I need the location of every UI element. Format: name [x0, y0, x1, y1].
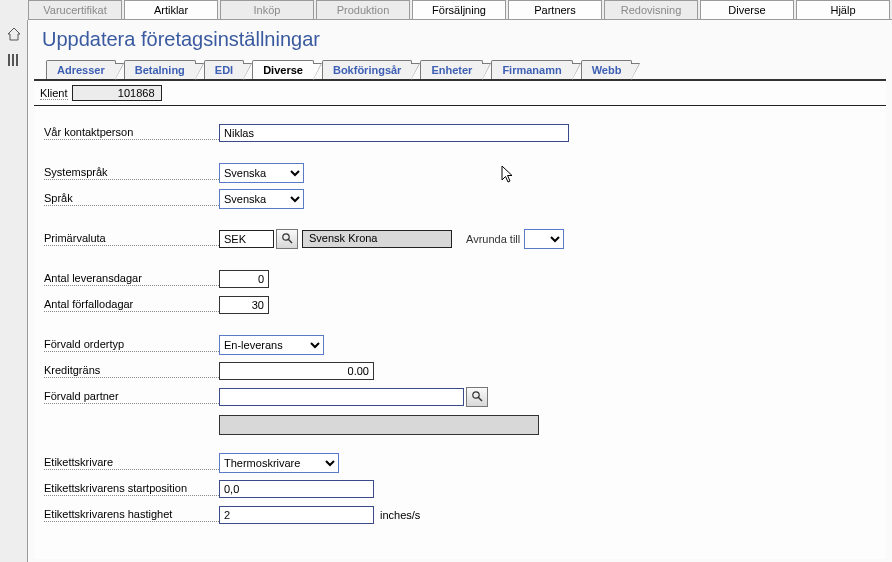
page-title: Uppdatera företagsinställningar — [42, 28, 880, 51]
tab-diverse[interactable]: Diverse — [252, 60, 314, 79]
menu-diverse[interactable]: Diverse — [700, 0, 794, 19]
main-menubar: Varucertifikat Artiklar Inköp Produktion… — [28, 0, 892, 20]
defpartner-name-label — [44, 423, 219, 424]
content-area: Uppdatera företagsinställningar Adresser… — [28, 20, 892, 562]
menu-forsaljning[interactable]: Försäljning — [412, 0, 506, 19]
pcur-lookup-button[interactable] — [276, 229, 298, 249]
menu-redovisning[interactable]: Redovisning — [604, 0, 698, 19]
menu-partners[interactable]: Partners — [508, 0, 602, 19]
menu-artiklar[interactable]: Artiklar — [124, 0, 218, 19]
creditlimit-input[interactable] — [219, 362, 374, 380]
creditlimit-label: Kreditgräns — [44, 364, 219, 378]
labelspeed-input[interactable] — [219, 506, 374, 524]
tab-adresser[interactable]: Adresser — [46, 60, 116, 79]
contact-label: Vår kontaktperson — [44, 126, 219, 140]
menu-produktion[interactable]: Produktion — [316, 0, 410, 19]
tab-bokforingsar[interactable]: Bokföringsår — [322, 60, 412, 79]
pcur-name-display: Svensk Krona — [302, 230, 452, 248]
svg-rect-1 — [12, 54, 14, 66]
lang-select[interactable]: Svenska — [219, 189, 304, 209]
ordertype-select[interactable]: En-leverans — [219, 335, 324, 355]
lang-label: Språk — [44, 192, 219, 206]
round-select[interactable] — [524, 229, 564, 249]
labelstart-label: Etikettskrivarens startposition — [44, 482, 219, 496]
round-label: Avrunda till — [466, 233, 520, 245]
defpartner-name-display — [219, 415, 539, 435]
svg-point-3 — [283, 234, 289, 240]
duedays-label: Antal förfallodagar — [44, 298, 219, 312]
labelstart-input[interactable] — [219, 480, 374, 498]
tab-betalning[interactable]: Betalning — [124, 60, 196, 79]
contact-input[interactable] — [219, 124, 569, 142]
klient-label: Klient — [40, 87, 68, 100]
tab-webb[interactable]: Webb — [581, 60, 633, 79]
defpartner-label: Förvald partner — [44, 390, 219, 404]
defpartner-input[interactable] — [219, 388, 464, 406]
menu-hjalp[interactable]: Hjälp — [796, 0, 890, 19]
search-icon — [471, 390, 483, 404]
pcur-label: Primärvaluta — [44, 232, 219, 246]
syslang-label: Systemspråk — [44, 166, 219, 180]
labelspeed-label: Etikettskrivarens hastighet — [44, 508, 219, 522]
svg-rect-0 — [8, 54, 10, 66]
home-icon[interactable] — [6, 26, 22, 44]
defpartner-lookup-button[interactable] — [466, 387, 488, 407]
search-icon — [281, 232, 293, 246]
klient-value: 101868 — [72, 85, 162, 101]
deliverydays-label: Antal leveransdagar — [44, 272, 219, 286]
syslang-select[interactable]: Svenska — [219, 163, 304, 183]
pcur-code-input[interactable] — [219, 230, 274, 248]
ordertype-label: Förvald ordertyp — [44, 338, 219, 352]
tab-firmanamn[interactable]: Firmanamn — [491, 60, 572, 79]
svg-rect-2 — [16, 54, 18, 66]
tab-bar: Adresser Betalning EDI Diverse Bokföring… — [46, 57, 880, 79]
tab-edi[interactable]: EDI — [204, 60, 244, 79]
svg-point-5 — [473, 392, 479, 398]
labelprinter-select[interactable]: Thermoskrivare — [219, 453, 339, 473]
klient-row: Klient 101868 — [34, 81, 886, 106]
menu-varucertifikat[interactable]: Varucertifikat — [28, 0, 122, 19]
duedays-input[interactable] — [219, 296, 269, 314]
svg-line-4 — [289, 240, 293, 244]
tab-enheter[interactable]: Enheter — [420, 60, 483, 79]
menu-inkop[interactable]: Inköp — [220, 0, 314, 19]
svg-line-6 — [479, 398, 483, 402]
list-icon[interactable] — [6, 52, 22, 70]
labelspeed-unit: inches/s — [380, 509, 420, 521]
labelprinter-label: Etikettskrivare — [44, 456, 219, 470]
deliverydays-input[interactable] — [219, 270, 269, 288]
side-icon-strip — [0, 20, 28, 562]
form-panel: Klient 101868 Vår kontaktperson Systemsp… — [34, 79, 886, 559]
